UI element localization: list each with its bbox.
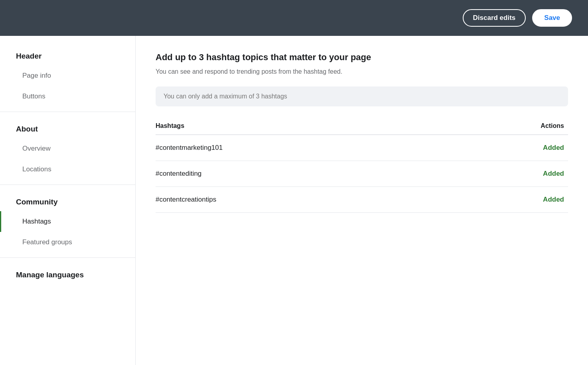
main-layout: Header Page info Buttons About Overview …: [0, 36, 588, 365]
sidebar-divider-2: [0, 184, 135, 185]
status-added-label[interactable]: Added: [543, 144, 564, 151]
sidebar-item-hashtags[interactable]: Hashtags: [0, 211, 135, 232]
status-added-label[interactable]: Added: [543, 170, 564, 177]
sidebar: Header Page info Buttons About Overview …: [0, 36, 136, 365]
hashtag-cell: #contentediting: [156, 161, 448, 186]
action-cell[interactable]: Added: [448, 161, 568, 186]
status-added-label[interactable]: Added: [543, 196, 564, 203]
topbar: Discard edits Save: [0, 0, 588, 36]
table-header-row: Hashtags Actions: [156, 118, 568, 135]
action-cell[interactable]: Added: [448, 186, 568, 212]
hashtag-cell: #contentcreationtips: [156, 186, 448, 212]
table-row: #contentmarketing101 Added: [156, 135, 568, 161]
hashtag-table: Hashtags Actions #contentmarketing101 Ad…: [156, 118, 568, 213]
page-title: Add up to 3 hashtag topics that matter t…: [156, 52, 568, 63]
sidebar-item-buttons[interactable]: Buttons: [0, 86, 135, 107]
save-button[interactable]: Save: [532, 9, 572, 27]
page-subtitle: You can see and respond to trending post…: [156, 68, 568, 75]
sidebar-item-overview[interactable]: Overview: [0, 138, 135, 159]
action-cell[interactable]: Added: [448, 135, 568, 161]
sidebar-item-community[interactable]: Community: [0, 190, 135, 211]
hashtag-input[interactable]: [156, 86, 568, 106]
col-header-hashtags: Hashtags: [156, 118, 448, 135]
hashtag-cell: #contentmarketing101: [156, 135, 448, 161]
sidebar-item-featured-groups[interactable]: Featured groups: [0, 232, 135, 253]
sidebar-item-about[interactable]: About: [0, 117, 135, 138]
col-header-actions: Actions: [448, 118, 568, 135]
sidebar-item-page-info[interactable]: Page info: [0, 65, 135, 86]
content-area: Add up to 3 hashtag topics that matter t…: [136, 36, 588, 365]
table-row: #contentcreationtips Added: [156, 186, 568, 212]
sidebar-divider-1: [0, 112, 135, 112]
discard-edits-button[interactable]: Discard edits: [463, 9, 526, 27]
sidebar-item-manage-languages[interactable]: Manage languages: [0, 263, 135, 284]
sidebar-divider-3: [0, 257, 135, 258]
sidebar-item-locations[interactable]: Locations: [0, 159, 135, 180]
sidebar-item-header[interactable]: Header: [0, 44, 135, 65]
table-row: #contentediting Added: [156, 161, 568, 186]
